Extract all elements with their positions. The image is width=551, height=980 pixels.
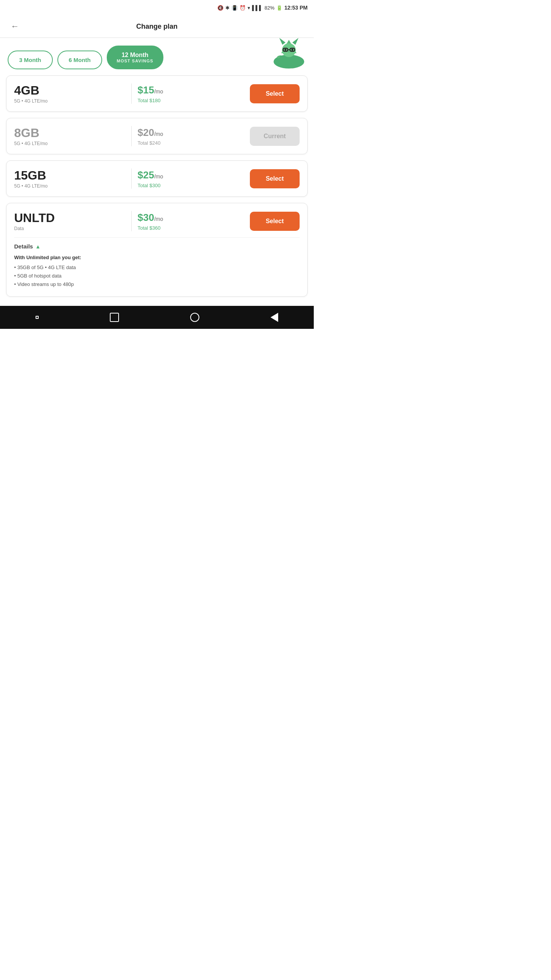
details-bullet-2: • 5GB of hotspot data	[14, 272, 300, 280]
plan-price-4gb: $15	[138, 84, 154, 96]
plan-toggle-section: 3 Month 6 Month 12 Month MOST SAVINGS	[0, 38, 314, 75]
details-text: With Unlimited plan you get: • 35GB of 5…	[14, 253, 300, 289]
nav-square-icon[interactable]	[36, 316, 39, 319]
plan-3month-button[interactable]: 3 Month	[8, 51, 53, 69]
bluetooth-icon: ✱	[225, 5, 230, 11]
plan-info-unltd: UNLTD Data	[14, 211, 132, 231]
svg-point-9	[292, 49, 293, 51]
vibrate-icon: 📳	[231, 5, 238, 11]
mascot-icon	[272, 34, 306, 69]
select-button-4gb[interactable]: Select	[250, 84, 300, 103]
svg-marker-3	[279, 38, 285, 45]
details-toggle[interactable]: Details ▲	[14, 243, 300, 250]
status-icons: 🔇 ✱ 📳 ⏰ ▾ ▌▌▌ 82% 🔋 12:53 PM	[217, 5, 308, 11]
battery-icon: 🔋	[276, 5, 282, 11]
plan-price-section-unltd: $30/mo Total $360	[132, 212, 250, 231]
plan-total-15gb: Total $300	[138, 183, 250, 188]
plan-subtext-4gb: 5G • 4G LTE/mo	[14, 98, 127, 104]
wifi-icon: ▾	[248, 5, 250, 11]
plan-price-section-8gb: $20/mo Total $240	[132, 127, 250, 146]
plan-total-8gb: Total $240	[138, 140, 250, 146]
details-title: With Unlimited plan you get:	[14, 253, 300, 262]
clock: 12:53 PM	[284, 5, 308, 11]
unltd-top-row: UNLTD Data $30/mo Total $360 Select	[14, 211, 300, 231]
details-bullet-1: • 35GB of 5G • 4G LTE data	[14, 263, 300, 272]
plan-info-4gb: 4GB 5G • 4G LTE/mo	[14, 83, 132, 104]
plan-card-8gb: 8GB 5G • 4G LTE/mo $20/mo Total $240 Cur…	[6, 118, 308, 154]
plan-unit-15gb: /mo	[154, 173, 163, 180]
plan-gb-8gb: 8GB	[14, 126, 127, 140]
page-title: Change plan	[136, 23, 178, 31]
plan-unit-4gb: /mo	[154, 88, 163, 95]
page-header: ← Change plan	[0, 15, 314, 38]
details-label: Details	[14, 243, 33, 250]
plan-price-8gb: $20	[138, 127, 154, 138]
plan-6month-button[interactable]: 6 Month	[57, 51, 103, 69]
plan-gb-15gb: 15GB	[14, 168, 127, 183]
select-button-15gb[interactable]: Select	[250, 169, 300, 188]
nav-back-button[interactable]	[271, 313, 278, 322]
chevron-up-icon: ▲	[35, 243, 41, 250]
svg-point-8	[285, 49, 287, 51]
bottom-nav	[0, 306, 314, 329]
plan-subtext-unltd: Data	[14, 226, 127, 231]
plan-card-4gb: 4GB 5G • 4G LTE/mo $15/mo Total $180 Sel…	[6, 75, 308, 112]
status-bar: 🔇 ✱ 📳 ⏰ ▾ ▌▌▌ 82% 🔋 12:53 PM	[0, 0, 314, 15]
plan-card-unltd: UNLTD Data $30/mo Total $360 Select Deta…	[6, 203, 308, 297]
plan-info-15gb: 15GB 5G • 4G LTE/mo	[14, 168, 132, 189]
plan-unit-unltd: /mo	[154, 216, 163, 222]
plan-card-15gb: 15GB 5G • 4G LTE/mo $25/mo Total $300 Se…	[6, 160, 308, 197]
details-bullet-3: • Video streams up to 480p	[14, 280, 300, 289]
plan-subtext-15gb: 5G • 4G LTE/mo	[14, 183, 127, 189]
plan-12month-label: 12 Month	[117, 52, 153, 59]
signal-icon: ▌▌▌	[252, 5, 263, 11]
nav-home-button[interactable]	[190, 313, 199, 322]
plan-total-4gb: Total $180	[138, 98, 250, 103]
svg-marker-4	[292, 38, 298, 45]
plan-price-section-15gb: $25/mo Total $300	[132, 169, 250, 188]
plan-unit-8gb: /mo	[154, 131, 163, 137]
plan-total-unltd: Total $360	[138, 225, 250, 231]
plan-price-unltd: $30	[138, 212, 154, 223]
plan-price-15gb: $25	[138, 169, 154, 181]
plan-12month-sublabel: MOST SAVINGS	[117, 59, 153, 63]
select-button-unltd[interactable]: Select	[250, 212, 300, 231]
mute-icon: 🔇	[217, 5, 223, 11]
mascot-container	[272, 34, 306, 70]
back-button[interactable]: ←	[8, 20, 22, 33]
details-section: Details ▲ With Unlimited plan you get: •…	[14, 237, 300, 289]
plan-gb-4gb: 4GB	[14, 83, 127, 98]
plans-container: 4GB 5G • 4G LTE/mo $15/mo Total $180 Sel…	[0, 75, 314, 297]
svg-point-10	[288, 51, 290, 52]
plan-price-section-4gb: $15/mo Total $180	[132, 84, 250, 103]
plan-info-8gb: 8GB 5G • 4G LTE/mo	[14, 126, 132, 146]
plan-gb-unltd: UNLTD	[14, 211, 127, 225]
plan-subtext-8gb: 5G • 4G LTE/mo	[14, 141, 127, 146]
nav-square-button[interactable]	[110, 313, 119, 322]
alarm-icon: ⏰	[240, 5, 246, 11]
plan-12month-button[interactable]: 12 Month MOST SAVINGS	[107, 46, 163, 69]
current-button-8gb: Current	[250, 127, 300, 146]
battery-percentage: 82%	[264, 5, 274, 11]
